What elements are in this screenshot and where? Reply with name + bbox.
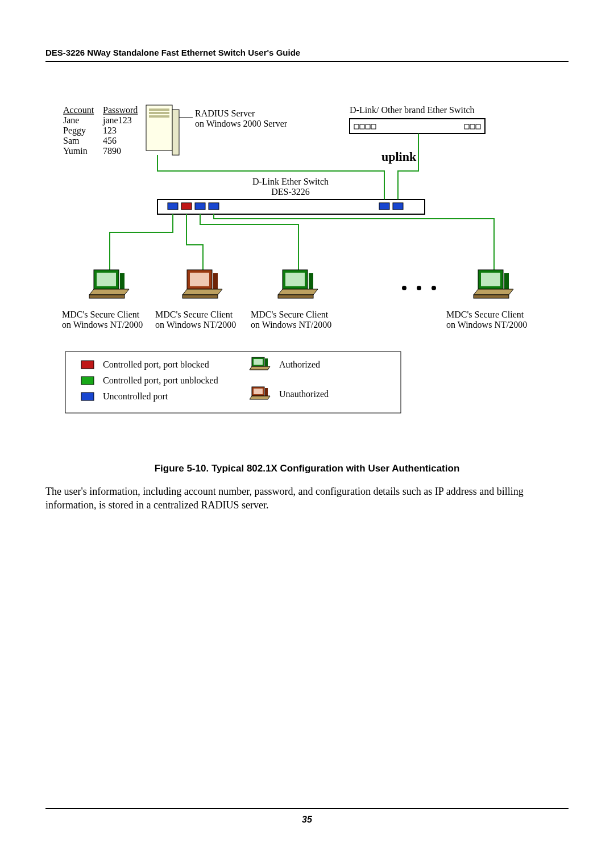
acct-pwd: 7890	[103, 146, 121, 156]
svg-rect-21	[181, 203, 192, 210]
acct-pwd: 456	[103, 136, 117, 145]
svg-rect-37	[182, 295, 218, 298]
svg-rect-44	[278, 295, 313, 298]
svg-rect-59	[81, 377, 94, 385]
svg-rect-54	[474, 295, 509, 298]
client-2: MDC's Secure Client on Windows NT/2000	[155, 270, 236, 329]
svg-rect-2	[149, 108, 169, 111]
svg-marker-68	[250, 396, 270, 399]
svg-text:MDC's Secure Client: MDC's Secure Client	[62, 310, 140, 319]
body-paragraph: The user's information, including accoun…	[45, 485, 569, 512]
svg-rect-14	[464, 124, 469, 129]
svg-marker-64	[250, 366, 270, 370]
center-switch-icon	[157, 199, 425, 214]
other-switch: D-Link/ Other brand Ether Switch	[350, 105, 485, 133]
svg-rect-58	[81, 361, 94, 369]
svg-rect-25	[393, 203, 403, 210]
svg-rect-28	[120, 273, 125, 289]
client-1: MDC's Secure Client on Windows NT/2000	[62, 270, 143, 329]
legend: Controlled port, port blocked Controlled…	[65, 352, 401, 413]
acct-name: Jane	[63, 115, 79, 125]
svg-rect-27	[97, 273, 116, 286]
svg-rect-3	[149, 112, 169, 114]
svg-rect-4	[149, 115, 169, 118]
svg-rect-63	[265, 358, 268, 366]
svg-rect-30	[89, 295, 125, 298]
legend-unauthorized: Unauthorized	[279, 389, 329, 399]
svg-rect-22	[195, 203, 205, 210]
svg-text:on Windows NT/2000: on Windows NT/2000	[446, 320, 527, 329]
radius-label: RADIUS Server on Windows 2000 Server	[195, 108, 288, 128]
svg-rect-10	[354, 124, 359, 129]
document-page: DES-3226 NWay Standalone Fast Ethernet S…	[0, 0, 614, 868]
net-links-bottom	[110, 214, 494, 270]
svg-rect-66	[254, 389, 263, 394]
svg-text:MDC's Secure Client: MDC's Secure Client	[155, 310, 233, 319]
svg-rect-62	[254, 359, 263, 365]
legend-uncontrolled: Uncontrolled port	[103, 391, 168, 402]
svg-point-48	[417, 286, 421, 290]
network-diagram: Account Password Jane jane123 Peggy 123 …	[46, 102, 568, 448]
svg-rect-11	[360, 124, 364, 129]
footer: 35	[45, 808, 569, 825]
svg-rect-15	[470, 124, 475, 129]
acct-pwd: jane123	[102, 115, 132, 126]
svg-text:on Windows NT/2000: on Windows NT/2000	[155, 320, 236, 329]
header-rule	[45, 61, 569, 62]
legend-blocked: Controlled port, port blocked	[103, 360, 209, 370]
svg-marker-53	[474, 289, 513, 295]
acct-pwd: 123	[103, 126, 117, 135]
footer-rule	[45, 808, 569, 809]
client-3: MDC's Secure Client on Windows NT/2000	[251, 270, 331, 329]
svg-rect-60	[81, 393, 94, 400]
svg-rect-41	[285, 273, 305, 286]
figure-caption: Figure 5-10. Typical 802.1X Configuratio…	[46, 463, 568, 474]
svg-text:DES-3226: DES-3226	[271, 187, 310, 197]
svg-text:RADIUS Server: RADIUS Server	[195, 108, 255, 118]
accounts-table: Account Password Jane jane123 Peggy 123 …	[63, 105, 138, 156]
acct-name: Yumin	[63, 146, 88, 156]
svg-rect-34	[190, 273, 209, 286]
center-switch-label: D-Link Ether Switch DES-3226	[252, 177, 329, 197]
svg-rect-42	[309, 273, 313, 289]
accounts-col1: Account	[63, 105, 94, 115]
svg-text:on Windows NT/2000: on Windows NT/2000	[62, 320, 143, 329]
svg-point-47	[402, 286, 406, 290]
ellipsis-dots	[402, 286, 436, 290]
server-icon	[146, 105, 179, 155]
svg-marker-43	[278, 289, 318, 295]
accounts-col2: Password	[103, 105, 138, 115]
legend-authorized: Authorized	[279, 360, 320, 369]
svg-text:on Windows NT/2000: on Windows NT/2000	[251, 320, 331, 329]
acct-name: Sam	[63, 136, 80, 145]
svg-rect-51	[481, 273, 500, 286]
running-header: DES-3226 NWay Standalone Fast Ethernet S…	[45, 48, 569, 57]
client-4: MDC's Secure Client on Windows NT/2000	[446, 270, 527, 329]
svg-rect-16	[476, 124, 480, 129]
svg-rect-1	[172, 110, 179, 155]
figure-5-10: Account Password Jane jane123 Peggy 123 …	[46, 102, 568, 474]
svg-text:MDC's Secure Client: MDC's Secure Client	[446, 310, 524, 319]
svg-rect-67	[265, 388, 268, 396]
svg-text:MDC's Secure Client: MDC's Secure Client	[251, 310, 329, 319]
svg-text:D-Link Ether Switch: D-Link Ether Switch	[252, 177, 329, 186]
acct-name: Peggy	[63, 126, 86, 136]
svg-marker-29	[89, 289, 129, 295]
uplink-label: uplink	[381, 149, 417, 164]
svg-marker-36	[182, 289, 222, 295]
svg-rect-52	[504, 273, 509, 289]
legend-unblocked: Controlled port, port unblocked	[103, 375, 218, 386]
svg-rect-23	[209, 203, 219, 210]
svg-rect-35	[213, 273, 218, 289]
svg-point-49	[432, 286, 436, 290]
svg-rect-12	[366, 124, 370, 129]
page-number: 35	[45, 815, 569, 825]
svg-rect-24	[379, 203, 389, 210]
svg-rect-20	[168, 203, 178, 210]
svg-text:on Windows 2000 Server: on Windows 2000 Server	[195, 119, 288, 128]
svg-text:D-Link/ Other brand Ether Swit: D-Link/ Other brand Ether Switch	[350, 105, 475, 115]
svg-rect-13	[371, 124, 376, 129]
